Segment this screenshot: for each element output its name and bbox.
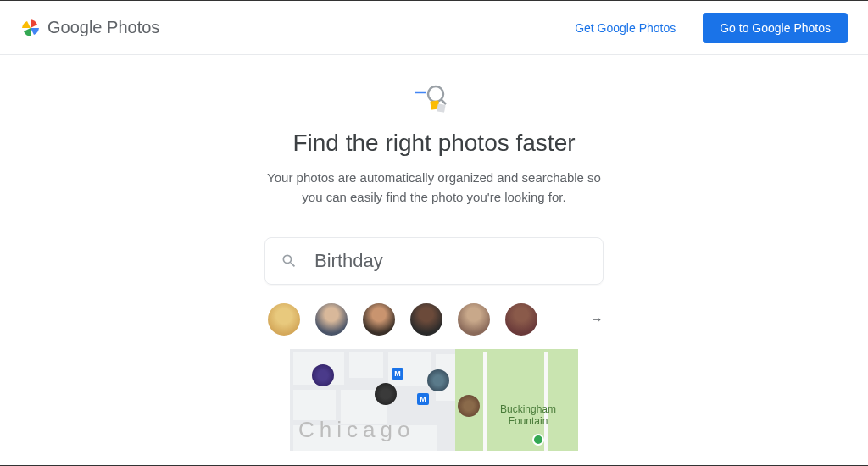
brand-logo[interactable]: Google Photos bbox=[20, 18, 159, 38]
avatar-dog[interactable] bbox=[268, 303, 300, 336]
metro-marker: M bbox=[392, 368, 403, 380]
search-icon bbox=[281, 252, 298, 269]
map-photo-pin[interactable] bbox=[375, 383, 397, 405]
arrow-right-icon[interactable]: → bbox=[590, 312, 604, 327]
brand-text: Google Photos bbox=[47, 18, 159, 37]
hero-section: Find the right photos faster Your photos… bbox=[0, 55, 868, 451]
search-query-text: Birthday bbox=[314, 250, 383, 272]
map-city-label: Chicago bbox=[298, 417, 415, 443]
search-demo-card: Birthday bbox=[264, 237, 604, 285]
map-photo-pin[interactable] bbox=[427, 369, 449, 391]
map-park-label: BuckinghamFountain bbox=[500, 403, 556, 428]
header: Google Photos Get Google Photos Go to Go… bbox=[0, 1, 868, 55]
search-illustration-icon bbox=[414, 82, 454, 116]
map-preview[interactable]: Chicago BuckinghamFountain M M bbox=[290, 349, 578, 451]
hero-title: Find the right photos faster bbox=[292, 130, 575, 157]
svg-rect-4 bbox=[437, 103, 445, 112]
header-right: Get Google Photos Go to Google Photos bbox=[575, 13, 848, 43]
avatar-person-3[interactable] bbox=[410, 303, 442, 336]
metro-marker: M bbox=[417, 393, 429, 405]
avatar-person-1[interactable] bbox=[315, 303, 348, 336]
get-photos-link[interactable]: Get Google Photos bbox=[575, 21, 676, 35]
svg-line-2 bbox=[441, 99, 446, 104]
map-photo-pin[interactable] bbox=[458, 395, 480, 417]
avatar-person-2[interactable] bbox=[363, 303, 395, 336]
go-to-photos-button[interactable]: Go to Google Photos bbox=[703, 13, 848, 43]
hero-subtitle: Your photos are automatically organized … bbox=[256, 169, 612, 207]
avatar-person-4[interactable] bbox=[458, 303, 490, 336]
avatar-person-5[interactable] bbox=[505, 303, 537, 336]
avatar-row: → bbox=[264, 303, 604, 336]
park-marker-icon bbox=[532, 434, 544, 446]
map-photo-pin[interactable] bbox=[312, 364, 334, 386]
pinwheel-icon bbox=[20, 18, 41, 38]
